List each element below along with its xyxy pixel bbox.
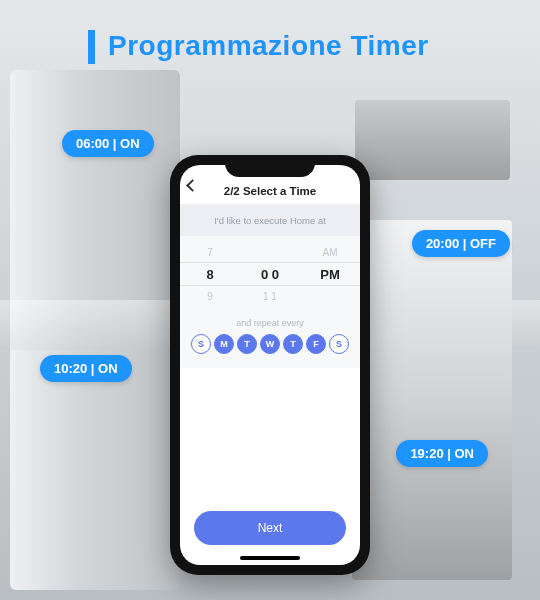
subtitle-text: I'd like to execute Home at <box>188 215 352 226</box>
page-title: Programmazione Timer <box>108 30 429 62</box>
picker-ampm-active: PM <box>300 267 359 282</box>
day-sun[interactable]: S <box>191 334 211 354</box>
bg-microwave <box>355 100 510 180</box>
phone-notch <box>225 155 315 177</box>
callout-1920-on: 19:20 | ON <box>396 440 488 467</box>
home-indicator[interactable] <box>240 556 300 560</box>
day-wed[interactable]: W <box>260 334 280 354</box>
picker-row-above: 7 AM <box>180 242 360 262</box>
banner-accent-bar <box>88 30 95 64</box>
picker-row-below: 9 1 1 <box>180 286 360 306</box>
back-icon[interactable] <box>186 179 199 192</box>
callout-1020-on: 10:20 | ON <box>40 355 132 382</box>
picker-ampm-above: AM <box>300 247 359 258</box>
subtitle-block: I'd like to execute Home at <box>180 205 360 236</box>
day-tue[interactable]: T <box>237 334 257 354</box>
repeat-label: and repeat every <box>180 310 360 334</box>
next-button[interactable]: Next <box>194 511 346 545</box>
day-selector: S M T W T F S <box>180 334 360 368</box>
day-sat[interactable]: S <box>329 334 349 354</box>
picker-row-active: 8 0 0 PM <box>180 262 360 286</box>
picker-minute-below: 1 1 <box>240 291 299 302</box>
picker-hour-above: 7 <box>180 247 239 258</box>
bg-oven <box>352 220 512 580</box>
day-fri[interactable]: F <box>306 334 326 354</box>
day-mon[interactable]: M <box>214 334 234 354</box>
phone-frame: 2/2 Select a Time I'd like to execute Ho… <box>170 155 370 575</box>
day-thu[interactable]: T <box>283 334 303 354</box>
picker-hour-below: 9 <box>180 291 239 302</box>
time-picker[interactable]: 7 AM 8 0 0 PM 9 1 1 <box>180 236 360 310</box>
app-screen: 2/2 Select a Time I'd like to execute Ho… <box>180 165 360 565</box>
spacer <box>180 368 360 511</box>
nav-title: 2/2 Select a Time <box>224 185 316 197</box>
picker-minute-active: 0 0 <box>240 267 299 282</box>
callout-2000-off: 20:00 | OFF <box>412 230 510 257</box>
callout-0600-on: 06:00 | ON <box>62 130 154 157</box>
picker-hour-active: 8 <box>180 267 239 282</box>
